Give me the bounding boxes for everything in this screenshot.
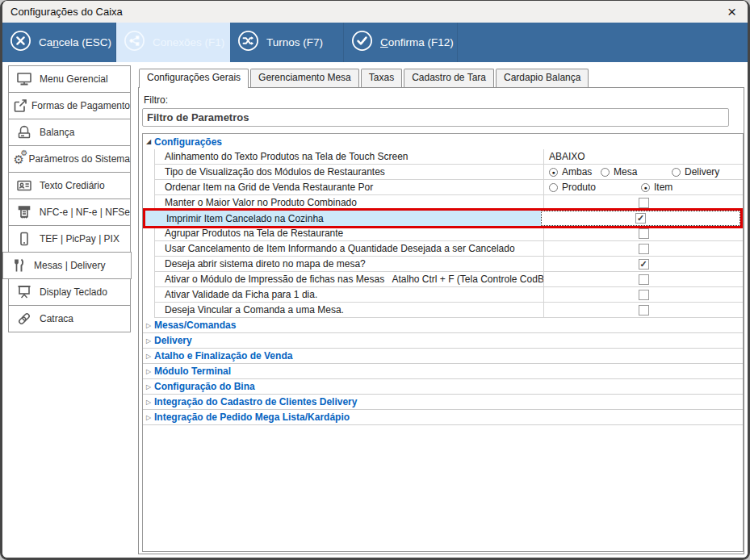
- checkbox[interactable]: [639, 244, 649, 254]
- setting-row-ordenar-item: Ordenar Item na Grid de Venda Restaurant…: [143, 180, 743, 195]
- sidebar-item-balanca[interactable]: Balança: [8, 119, 131, 146]
- sidebar-item-display-teclado[interactable]: Display Teclado: [8, 278, 131, 306]
- tab-cardapio-balanca[interactable]: Cardapio Balança: [496, 69, 589, 87]
- section-configuracoes[interactable]: ◢ Configurações: [143, 134, 743, 149]
- check-circle-icon: [351, 30, 373, 55]
- radio-item[interactable]: ●: [641, 183, 650, 192]
- smartphone-icon: [9, 231, 40, 247]
- setting-label[interactable]: Ativar Validade da Ficha para 1 dia.: [154, 287, 543, 303]
- sidebar-item-label: Formas de Pagamento: [31, 100, 130, 111]
- setting-label[interactable]: Alinhamento do Texto Produtos na Tela de…: [154, 149, 543, 165]
- section-integracao-mega-lista[interactable]: ▷ Integração de Pedido Mega Lista/Kardáp…: [143, 410, 743, 425]
- section-modulo-terminal[interactable]: ▷ Módulo Terminal: [143, 364, 743, 379]
- tab-gerenciamento-mesa[interactable]: Gerenciamento Mesa: [250, 69, 359, 87]
- monitor-icon: [9, 71, 40, 87]
- id-card-icon: [9, 178, 40, 194]
- checkbox-checked[interactable]: ✓: [639, 259, 649, 270]
- sidebar-item-catraca[interactable]: Catraca: [8, 305, 131, 332]
- checkbox[interactable]: [639, 228, 649, 239]
- setting-label[interactable]: Deseja Vincular a Comanda a uma Mesa.: [154, 303, 543, 318]
- shuffle-circle-icon: [237, 30, 259, 55]
- sidebar: Menu Gerencial Formas de Pagamento: [2, 62, 137, 558]
- sidebar-item-label: Parâmetros do Sistema: [29, 153, 130, 165]
- sidebar-item-formas-pagamento[interactable]: Formas de Pagamento: [8, 92, 131, 119]
- expanded-arrow-icon[interactable]: ◢: [146, 138, 151, 145]
- sidebar-item-label: NFC-e | NF-e | NFSe: [40, 207, 130, 218]
- collapsed-arrow-icon[interactable]: ▷: [146, 414, 151, 421]
- settings-dialog: Configurações do Caixa × Cancela (ESC): [0, 0, 750, 560]
- radio-produto[interactable]: [549, 183, 558, 192]
- sidebar-item-menu-gerencial[interactable]: Menu Gerencial: [8, 65, 131, 93]
- setting-label[interactable]: Deseja abrir sistema direto no mapa de m…: [154, 257, 543, 272]
- setting-label[interactable]: Ativar o Módulo de Impressão de fichas n…: [154, 272, 543, 287]
- section-mesas-comandas[interactable]: ▷ Mesas/Comandas: [143, 318, 743, 333]
- sidebar-item-tef[interactable]: TEF | PicPay | PIX: [8, 225, 131, 253]
- collapsed-arrow-icon[interactable]: ▷: [146, 368, 151, 375]
- window-title: Configurações do Caixa: [2, 6, 123, 18]
- sidebar-item-label: Menu Gerencial: [40, 73, 108, 85]
- tab-cadastro-tara[interactable]: Cadastro de Tara: [404, 69, 494, 87]
- setting-row-abrir-mapa-mesa: Deseja abrir sistema direto no mapa de m…: [143, 257, 743, 272]
- sidebar-item-label: Balança: [40, 127, 74, 138]
- checkbox[interactable]: [639, 305, 649, 316]
- setting-row-imprimir-item-cancelado-highlighted: Imprimir Item Cancelado na Cozinha ✓: [143, 208, 743, 228]
- section-integracao-clientes-delivery[interactable]: ▷ Integração do Cadastro de Clientes Del…: [143, 395, 743, 410]
- setting-label[interactable]: Imprimir Item Cancelado na Cozinha: [157, 211, 541, 226]
- collapsed-arrow-icon[interactable]: ▷: [146, 399, 151, 406]
- radio-label: Item: [654, 182, 672, 193]
- section-delivery[interactable]: ▷ Delivery: [143, 333, 743, 349]
- setting-label[interactable]: Usar Cancelamento de Item Informando a Q…: [154, 241, 543, 257]
- radio-label: Ambas: [562, 166, 592, 178]
- sidebar-item-texto-crediario[interactable]: Texto Crediário: [8, 172, 131, 199]
- setting-row-vincular-comanda: Deseja Vincular a Comanda a uma Mesa.: [143, 303, 743, 318]
- connections-button[interactable]: Conexões (F1): [116, 23, 230, 62]
- setting-row-alinhamento: Alinhamento do Texto Produtos na Tela de…: [143, 149, 743, 165]
- collapsed-arrow-icon[interactable]: ▷: [146, 353, 151, 360]
- setting-label[interactable]: Tipo de Visualização dos Módulos de Rest…: [154, 165, 543, 180]
- cancel-button[interactable]: Cancela (ESC): [2, 23, 116, 62]
- checkbox[interactable]: [639, 198, 649, 208]
- sidebar-item-label: Catraca: [40, 313, 73, 324]
- collapsed-arrow-icon[interactable]: ▷: [146, 337, 151, 345]
- sidebar-item-nfce[interactable]: NFC-e | NF-e | NFSe: [8, 199, 131, 226]
- gears-icon: ⚙⚙: [9, 153, 29, 165]
- radio-label: Produto: [562, 182, 596, 193]
- collapsed-arrow-icon[interactable]: ▷: [146, 322, 151, 329]
- radio-delivery[interactable]: [672, 168, 681, 177]
- radio-mesa[interactable]: [601, 168, 610, 177]
- tab-strip: Configurações Gerais Gerenciamento Mesa …: [139, 69, 744, 87]
- settings-grid: ◢ Configurações Alinhamento do Texto Pro…: [142, 133, 744, 552]
- projection-screen-icon: [9, 284, 40, 300]
- setting-value[interactable]: ABAIXO: [543, 149, 743, 165]
- scale-icon: [9, 124, 40, 140]
- checkbox[interactable]: [639, 290, 649, 300]
- collapsed-arrow-icon[interactable]: ▷: [146, 383, 151, 391]
- shifts-button[interactable]: Turnos (F7): [230, 23, 344, 62]
- radio-label: Mesa: [614, 166, 637, 178]
- chain-link-icon: [9, 311, 40, 327]
- section-configuracao-bina[interactable]: ▷ Configuração do Bina: [143, 379, 743, 395]
- confirm-button[interactable]: Confirma (F12): [344, 23, 458, 62]
- section-atalho-finalizacao[interactable]: ▷ Atalho e Finalização de Venda: [143, 349, 743, 364]
- tab-page: Filtro: ◢ Configurações Alinhamento do T…: [138, 87, 744, 554]
- close-icon[interactable]: ×: [727, 4, 736, 19]
- setting-row-tipo-visualizacao: Tipo de Visualização dos Módulos de Rest…: [143, 165, 743, 180]
- setting-row-validade-ficha: Ativar Validade da Ficha para 1 dia.: [143, 287, 743, 303]
- setting-row-impressao-fichas: Ativar o Módulo de Impressão de fichas n…: [143, 272, 743, 287]
- checkbox-checked[interactable]: ✓: [635, 213, 646, 224]
- setting-row-usar-cancelamento: Usar Cancelamento de Item Informando a Q…: [143, 241, 743, 257]
- sidebar-item-parametros[interactable]: ⚙⚙ Parâmetros do Sistema: [8, 145, 131, 173]
- sidebar-item-mesas-delivery[interactable]: Mesas | Delivery: [2, 252, 132, 279]
- checkbox[interactable]: [639, 274, 649, 285]
- section-label: Configurações: [154, 134, 222, 149]
- sidebar-item-label: Texto Crediário: [40, 180, 105, 191]
- export-icon: [9, 98, 31, 114]
- cancel-circle-icon: [10, 30, 31, 55]
- focused-value-cell[interactable]: ✓: [541, 211, 740, 226]
- tab-configuracoes-gerais[interactable]: Configurações Gerais: [139, 69, 249, 88]
- setting-label[interactable]: Ordenar Item na Grid de Venda Restaurant…: [154, 180, 543, 195]
- filter-input[interactable]: [142, 108, 729, 127]
- filter-label: Filtro:: [144, 94, 744, 106]
- tab-taxas[interactable]: Taxas: [361, 69, 402, 87]
- radio-ambas[interactable]: ●: [549, 168, 558, 177]
